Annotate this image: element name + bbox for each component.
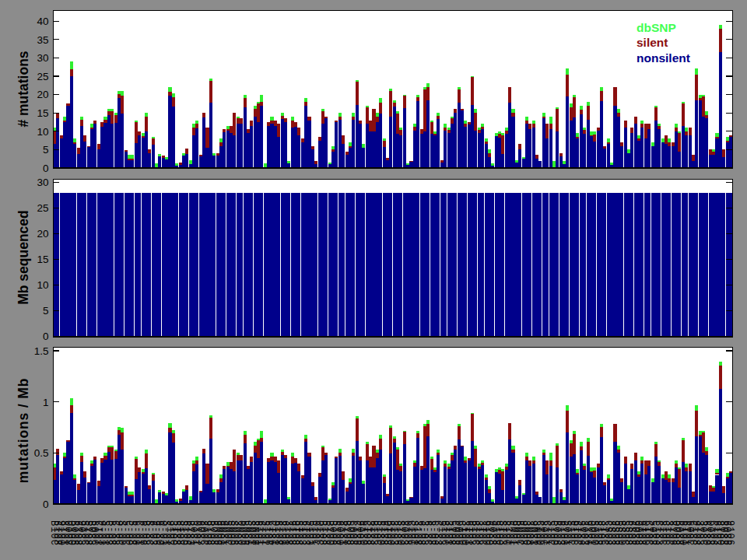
svg-text:0: 0 xyxy=(43,163,49,174)
svg-text:15: 15 xyxy=(37,107,48,119)
svg-text:0: 0 xyxy=(43,499,49,510)
svg-text:10: 10 xyxy=(37,126,48,138)
svg-text:nonsilent: nonsilent xyxy=(637,51,690,65)
svg-text:15: 15 xyxy=(37,254,48,265)
svg-text:35: 35 xyxy=(37,34,48,46)
svg-text:9106: 9106 xyxy=(724,520,735,546)
svg-text:25: 25 xyxy=(37,202,48,214)
svg-text:30: 30 xyxy=(37,52,48,64)
svg-text:1.5: 1.5 xyxy=(34,345,49,357)
svg-text:20: 20 xyxy=(37,89,48,100)
svg-text:0: 0 xyxy=(43,331,49,342)
svg-text:30: 30 xyxy=(37,177,48,188)
svg-text:silent: silent xyxy=(637,36,668,49)
svg-text:mutations / Mb: mutations / Mb xyxy=(16,378,31,483)
svg-text:10: 10 xyxy=(37,279,48,291)
svg-text:dbSNP: dbSNP xyxy=(637,21,676,34)
svg-text:5: 5 xyxy=(43,144,49,156)
svg-text:20: 20 xyxy=(37,228,48,240)
svg-text:1: 1 xyxy=(43,397,49,408)
svg-text:25: 25 xyxy=(37,71,48,82)
svg-text:40: 40 xyxy=(37,16,48,27)
svg-text:5: 5 xyxy=(43,305,49,317)
svg-text:Mb sequenced: Mb sequenced xyxy=(16,210,31,305)
svg-text:0.5: 0.5 xyxy=(34,447,49,459)
svg-text:# mutations: # mutations xyxy=(16,51,31,127)
